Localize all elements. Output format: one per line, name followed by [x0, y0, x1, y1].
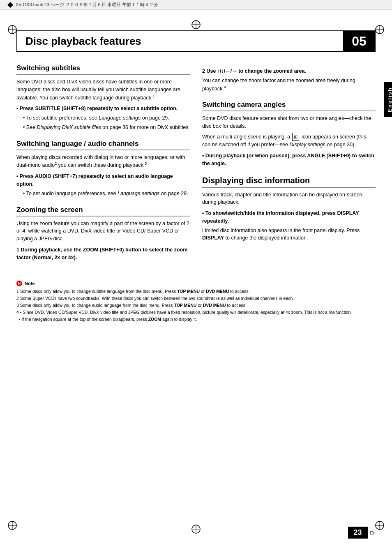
- file-bar: XV-GX3.book 23 ページ ２００５年７月６日 水曜日 午前１１時４２…: [0, 0, 392, 10]
- page-lang: En: [370, 530, 376, 535]
- camera-para1: Some DVD discs feature scenes shot from …: [202, 115, 376, 130]
- section-body-disc-info: Various track, chapter and title informa…: [202, 191, 376, 242]
- section-zooming: Zooming the screen Using the zoom featur…: [16, 206, 190, 262]
- subtitle-bullet1: • Press SUBTITLE (SHIFT+8) repeatedly to…: [16, 105, 190, 113]
- zoom-step2-body: You can change the zoom factor and the z…: [202, 77, 376, 93]
- zoom-step1: 1 During playback, use the ZOOM (SHIFT+0…: [16, 246, 190, 262]
- section-title-language: Switching language / audio channels: [16, 140, 190, 150]
- diamond-icon: [7, 2, 13, 7]
- section-zoom-step2: 2 Use ↑/↓/←/→ to change the zoomed area.…: [202, 67, 376, 92]
- note-text: 1 Some discs only allow you to change su…: [16, 288, 376, 322]
- footnote-1: 1: [152, 94, 154, 98]
- display-settings-link: Display settings: [289, 142, 325, 147]
- language-bullet1: • Press AUDIO (SHIFT+7) repeatedly to se…: [16, 173, 190, 188]
- note-line-5: • If the navigation square at the top of…: [16, 316, 376, 323]
- note-line-2: 2 Some Super VCDs have two soundtracks. …: [16, 295, 376, 302]
- note-line-4: 4 • Since DVD, Video CD/Super VCD, DivX …: [16, 309, 376, 316]
- section-disc-info: Displaying disc information Various trac…: [202, 176, 376, 242]
- page-number: 23: [348, 527, 368, 539]
- disc-info-bullet1: • To show/switch/hide the information di…: [202, 210, 376, 225]
- section-title-subtitles: Switching subtitles: [16, 64, 190, 75]
- section-title-disc-info: Displaying disc information: [202, 176, 376, 188]
- header-title-box: Disc playback features: [16, 30, 343, 52]
- section-switching-language: Switching language / audio channels When…: [16, 140, 190, 198]
- section-camera-angles: Switching camera angles Some DVD discs f…: [202, 101, 376, 167]
- disc-info-para1: Various track, chapter and title informa…: [202, 191, 376, 207]
- corner-mark-tl: [7, 25, 17, 35]
- disc-info-para2: Limited disc information also appears in…: [202, 227, 376, 242]
- chapter-number: 05: [343, 30, 376, 52]
- footnote-3: 3: [145, 161, 147, 166]
- footnote-2: 2: [55, 161, 57, 166]
- zoom-para1: Using the zoom feature you can magnify a…: [16, 220, 190, 243]
- subtitle-divx-link: Displaying DivX subtitle files: [37, 124, 101, 130]
- section-title-camera: Switching camera angles: [202, 101, 376, 111]
- language-tab: English: [384, 82, 392, 117]
- section-body-zoom-step2: 2 Use ↑/↓/←/→ to change the zoomed area.…: [202, 67, 376, 92]
- section-body-subtitles: Some DVD discs and DivX video discs have…: [16, 78, 190, 131]
- note-line-3: 3 Some discs only allow you to change au…: [16, 302, 376, 309]
- left-column: Switching subtitles Some DVD discs and D…: [16, 64, 190, 269]
- content-area: Switching subtitles Some DVD discs and D…: [16, 64, 376, 269]
- page: XV-GX3.book 23 ページ ２００５年７月６日 水曜日 午前１１時４２…: [0, 0, 392, 555]
- section-body-camera: Some DVD discs feature scenes shot from …: [202, 115, 376, 167]
- corner-mark-bl: [7, 520, 17, 530]
- corner-mark-br: [375, 520, 385, 530]
- page-title: Disc playback features: [25, 35, 141, 48]
- right-column: 2 Use ↑/↓/←/→ to change the zoomed area.…: [202, 64, 376, 269]
- language-settings-link: Language settings: [118, 191, 159, 196]
- subtitle-sub1: To set subtitle preferences, see Languag…: [23, 114, 190, 122]
- section-body-language: When playing discs recorded with dialog …: [16, 154, 190, 198]
- page-header: Disc playback features 05: [16, 30, 376, 52]
- note-label: Note: [25, 281, 35, 286]
- note-section: N Note 1 Some discs only allow you to ch…: [16, 278, 376, 322]
- section-switching-subtitles: Switching subtitles Some DVD discs and D…: [16, 64, 190, 131]
- camera-bullet1: • During playback (or when paused), pres…: [202, 152, 376, 168]
- corner-mark-tr: [375, 25, 385, 35]
- subtitle-sub2: See Displaying DivX subtitle files on pa…: [23, 124, 190, 131]
- language-sub1: To set audio language preferences, see L…: [23, 190, 190, 198]
- section-body-zoom: Using the zoom feature you can magnify a…: [16, 220, 190, 262]
- note-line-1: 1 Some discs only allow you to change su…: [16, 288, 376, 295]
- file-bar-text: XV-GX3.book 23 ページ ２００５年７月６日 水曜日 午前１１時４２…: [16, 2, 158, 8]
- camera-para2: When a multi-angle scene is playing, a ⊞…: [202, 133, 376, 149]
- subtitles-para1: Some DVD discs and DivX video discs have…: [16, 78, 190, 101]
- zoom-step2-title: 2 Use ↑/↓/←/→ to change the zoomed area.: [202, 67, 376, 75]
- top-center-mark: [191, 20, 201, 31]
- section-title-zoom: Zooming the screen: [16, 206, 190, 216]
- note-header: N Note: [16, 281, 376, 286]
- page-footer: 23 En: [348, 527, 376, 539]
- language-para1: When playing discs recorded with dialog …: [16, 154, 190, 170]
- footnote-4: 4: [224, 85, 226, 89]
- multi-angle-icon: ⊞: [292, 133, 299, 141]
- note-icon: N: [16, 281, 22, 286]
- subtitle-lang-settings-link: Language settings: [99, 115, 141, 121]
- bottom-center-mark: [191, 524, 201, 535]
